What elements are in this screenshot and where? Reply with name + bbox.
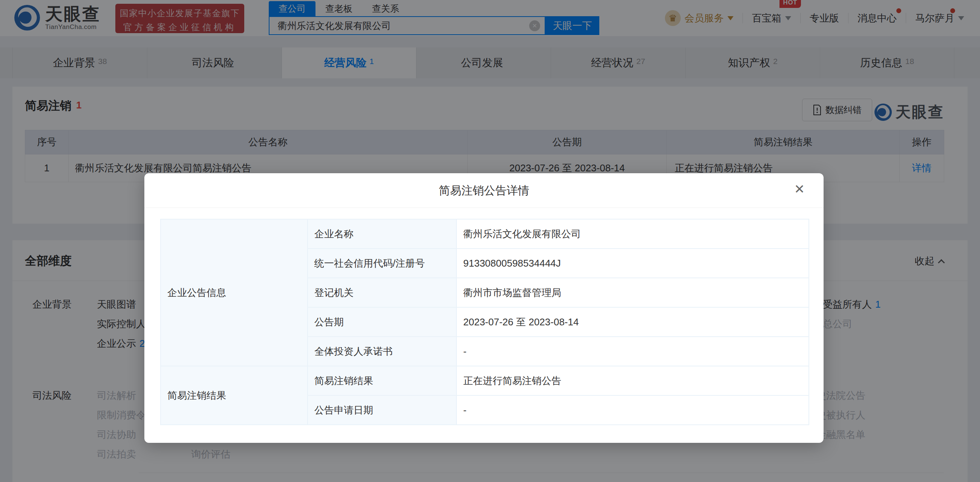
label-cancellation-result: 简易注销结果 — [307, 366, 457, 395]
tianyancha-page: 天眼查 TianYanCha.com 国家中小企业发展子基金旗下 官方备案企业征… — [0, 0, 980, 482]
label-registration-authority: 登记机关 — [307, 278, 457, 307]
label-application-date: 公告申请日期 — [307, 395, 457, 425]
value-cancellation-result: 正在进行简易注销公告 — [457, 366, 809, 395]
value-announcement-period: 2023-07-26 至 2023-08-14 — [457, 307, 809, 337]
modal-title: 简易注销公告详情 — [144, 183, 824, 198]
table-row: 企业公告信息 企业名称 衢州乐活文化发展有限公司 — [161, 219, 809, 249]
value-registration-authority: 衢州市市场监督管理局 — [457, 278, 809, 307]
cancellation-detail-modal: 简易注销公告详情 ✕ 企业公告信息 企业名称 衢州乐活文化发展有限公司 统一社会… — [144, 173, 824, 443]
table-row: 简易注销结果 简易注销结果 正在进行简易注销公告 — [161, 366, 809, 395]
value-company-name: 衢州乐活文化发展有限公司 — [457, 219, 809, 249]
value-credit-code: 91330800598534444J — [457, 249, 809, 278]
close-icon[interactable]: ✕ — [792, 181, 807, 197]
label-company-name: 企业名称 — [307, 219, 457, 249]
value-application-date: - — [457, 395, 809, 425]
label-investor-commitment: 全体投资人承诺书 — [307, 337, 457, 366]
divider — [144, 208, 824, 208]
label-announcement-period: 公告期 — [307, 307, 457, 337]
modal-detail-table: 企业公告信息 企业名称 衢州乐活文化发展有限公司 统一社会信用代码/注册号 91… — [160, 219, 809, 425]
group-cell-cancellation-result: 简易注销结果 — [161, 366, 307, 425]
group-cell-announcement-info: 企业公告信息 — [161, 219, 307, 366]
label-credit-code: 统一社会信用代码/注册号 — [307, 249, 457, 278]
value-investor-commitment: - — [457, 337, 809, 366]
